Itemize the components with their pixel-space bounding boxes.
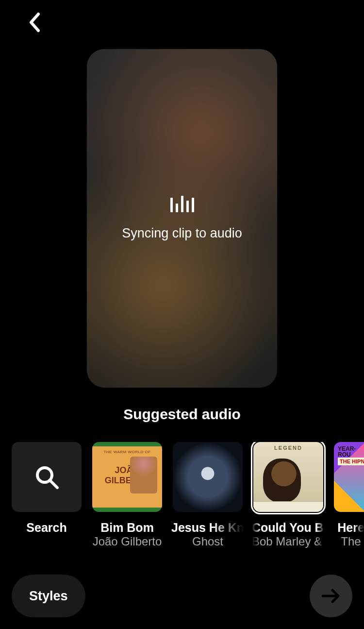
audio-search-item: Search [12,442,82,548]
audio-cover[interactable]: LEGEND [253,442,323,512]
album-figure [130,457,157,493]
search-audio-button[interactable] [12,442,82,512]
audio-title: Bim Bom [100,521,154,535]
sync-status-text: Syncing clip to audio [122,226,242,241]
audio-item-bim-bom: THE WARM WORLD OF JOÃO GILBERTO Bim Bom … [92,442,162,548]
audio-title: Here [337,521,364,535]
arrow-right-icon [321,587,341,605]
chevron-left-icon [28,12,42,33]
clip-preview: Syncing clip to audio [87,49,277,388]
search-icon [33,463,60,491]
audio-cover[interactable] [173,442,243,512]
styles-button[interactable]: Styles [12,575,85,617]
album-bar [253,501,323,512]
search-label: Search [26,521,66,535]
svg-line-1 [50,480,57,488]
album-text: LEGEND [253,445,323,451]
audio-artist: Ghost [192,535,223,548]
preview-status: Syncing clip to audio [122,196,242,241]
audio-artist: The [341,535,361,548]
back-button[interactable] [23,11,47,34]
audio-cover[interactable]: THE WARM WORLD OF JOÃO GILBERTO [92,442,162,512]
audio-title: Could You Be Loved [252,521,325,535]
next-button[interactable] [310,575,352,617]
audio-cover[interactable]: YEAR-ROU THE HIPN [334,442,364,512]
album-figure [263,459,301,502]
album-text: THE WARM WORLD OF [92,450,162,454]
suggested-audio-heading: Suggested audio [0,406,364,423]
audio-title: Jesus He Knows Me [171,521,244,535]
audio-artist: Bob Marley & The Wailers [252,535,325,548]
album-text: YEAR-ROU [338,446,364,458]
audio-item-jesus-he: Jesus He Knows Me Ghost [173,442,243,548]
suggested-audio-row[interactable]: Search THE WARM WORLD OF JOÃO GILBERTO B… [12,442,364,548]
audio-artist: João Gilberto [93,535,162,548]
audio-bars-icon [170,196,194,212]
album-text: THE HIPN [338,458,364,465]
audio-item-could-you-be-loved: LEGEND Could You Be Loved Bob Marley & T… [253,442,323,548]
styles-label: Styles [29,589,68,604]
audio-item-here: YEAR-ROU THE HIPN Here The [334,442,364,548]
